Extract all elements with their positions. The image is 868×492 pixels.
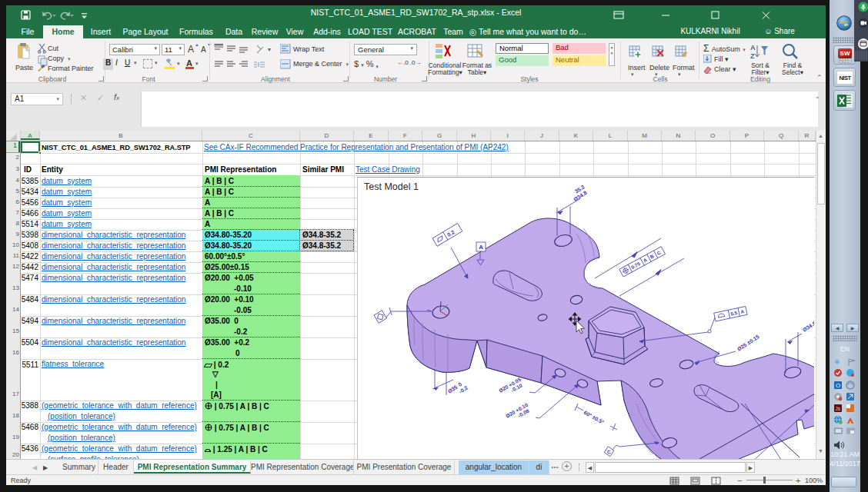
svg-text:▾: ▾: [268, 46, 271, 53]
svg-text:A: A: [186, 58, 192, 68]
svg-text:Js: Js: [836, 406, 841, 411]
svg-text:A: A: [201, 45, 206, 54]
svg-text:Z: Z: [750, 52, 755, 60]
svg-text:▾: ▾: [177, 61, 180, 66]
svg-text:60° ±0.5°: 60° ±0.5°: [583, 410, 606, 425]
svg-text:Test Model 1: Test Model 1: [364, 181, 419, 192]
svg-text:▾: ▾: [195, 61, 199, 66]
svg-text:A: A: [479, 244, 483, 251]
svg-text:A: A: [750, 44, 756, 52]
svg-text:Ø34.8: Ø34.8: [802, 321, 814, 333]
svg-text:❄: ❄: [834, 358, 840, 366]
svg-text:Ø25 ±0.15: Ø25 ±0.15: [736, 334, 760, 352]
svg-text:O: O: [836, 382, 840, 389]
svg-text:A: A: [188, 44, 194, 55]
